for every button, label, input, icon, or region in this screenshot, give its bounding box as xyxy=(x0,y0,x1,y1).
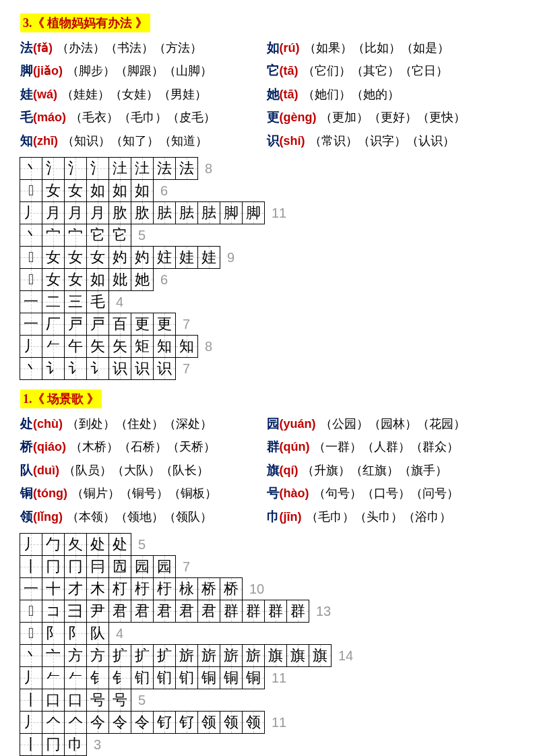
vocab-row: 队(duì)（队员）（大队）（队长）旗(qí)（升旗）（红旗）（旗手） xyxy=(20,460,513,480)
vocab-words: （如果）（比如）（如是） xyxy=(304,38,449,58)
stroke-box: 矢 xyxy=(108,335,131,358)
stroke-box: 丨 xyxy=(20,689,42,712)
vocab-row: 毛(máo)（毛衣）（毛巾）（皮毛）更(gèng)（更加）（更好）（更快） xyxy=(20,107,513,127)
stroke-box: 丨 xyxy=(20,555,42,578)
vocab-row: 处(chù)（到处）（住处）（深处）园(yuán)（公园）（园林）（花园） xyxy=(20,414,513,434)
vocab-char: 识 xyxy=(267,131,280,151)
vocab-words: （公园）（园林）（花园） xyxy=(320,414,466,434)
vocab-char: 法 xyxy=(20,38,33,58)
stroke-count: 5 xyxy=(138,693,146,708)
stroke-count: 11 xyxy=(272,670,286,686)
stroke-box: 君 xyxy=(197,600,220,623)
vocab-row: 脚(jiǎo)（脚步）（脚跟）（山脚）它(tā)（它们）（其它）（它日） xyxy=(20,61,513,81)
stroke-box: 𡿨 xyxy=(20,268,42,291)
stroke-box: 矢 xyxy=(86,335,109,358)
stroke-box: 𠂉 xyxy=(64,666,87,689)
stroke-box: 旂 xyxy=(242,644,265,667)
stroke-section: 丶氵氵氵汢汢法法8𡿨女女如如如6丿月月月肷肷胠胠胠脚脚11丶宀宀它它5𡿨女女女妁… xyxy=(20,158,513,380)
stroke-box: 旗 xyxy=(286,644,309,667)
stroke-box: 桥 xyxy=(197,577,220,600)
vocab-pinyin: (fǎ) xyxy=(33,38,53,58)
vocab-col: 娃(wá)（娃娃）（女娃）（男娃） xyxy=(20,84,267,104)
stroke-box: 𠄌 xyxy=(20,622,42,645)
stroke-box: 午 xyxy=(64,335,87,358)
stroke-box: 亠 xyxy=(42,644,65,667)
vocab-pinyin: (qí) xyxy=(280,461,299,480)
stroke-row: 丶讠讠讠识识识7 xyxy=(20,358,513,380)
stroke-box: 氵 xyxy=(64,157,87,180)
stroke-row: 一厂戸戸百更更7 xyxy=(20,313,513,336)
stroke-box: 巾 xyxy=(64,733,87,756)
stroke-box: 扩 xyxy=(108,644,131,667)
stroke-box: 汢 xyxy=(131,157,154,180)
stroke-box: 丨 xyxy=(20,733,42,756)
vocab-words: （娃娃）（女娃）（男娃） xyxy=(61,85,207,104)
vocab-col: 脚(jiǎo)（脚步）（脚跟）（山脚） xyxy=(20,61,267,81)
vocab-col: 处(chù)（到处）（住处）（深处） xyxy=(20,414,267,434)
stroke-count: 4 xyxy=(116,626,123,641)
stroke-count: 13 xyxy=(316,604,331,619)
vocab-col: 她(tā)（她们）（她的） xyxy=(267,84,513,104)
stroke-box: 扩 xyxy=(153,644,176,667)
stroke-count: 8 xyxy=(205,161,212,177)
stroke-box: 旗 xyxy=(264,644,287,667)
stroke-box: 更 xyxy=(153,313,176,336)
vocab-row: 桥(qiáo)（木桥）（石桥）（天桥）群(qún)（一群）（人群）（群众） xyxy=(20,437,513,457)
stroke-box: 月 xyxy=(86,201,109,224)
vocab-pinyin: (tā) xyxy=(280,61,299,81)
stroke-box: 扩 xyxy=(131,644,154,667)
vocab-words: （铜片）（铜号）（铜板） xyxy=(71,484,217,503)
stroke-box: 朾 xyxy=(108,577,131,600)
vocab-pinyin: (shí) xyxy=(280,131,305,151)
stroke-box: 园 xyxy=(131,555,154,578)
vocab-col: 如(rú)（如果）（比如）（如是） xyxy=(267,38,513,58)
vocab-pinyin: (chù) xyxy=(33,414,63,434)
stroke-box: 妁 xyxy=(131,246,154,269)
stroke-count: 7 xyxy=(183,317,190,332)
stroke-count: 14 xyxy=(338,648,353,664)
stroke-box: 桥 xyxy=(220,577,243,600)
stroke-box: 冂 xyxy=(42,733,65,756)
stroke-box: 铜 xyxy=(242,666,265,689)
stroke-box: 𡿨 xyxy=(20,246,42,269)
stroke-box: 群 xyxy=(286,600,309,623)
stroke-count: 5 xyxy=(138,537,146,553)
stroke-box: 领 xyxy=(220,711,243,734)
stroke-box: 讠 xyxy=(64,357,87,380)
stroke-box: 如 xyxy=(86,179,109,202)
vocab-words: （它们）（其它）（它日） xyxy=(303,61,448,81)
vocab-pinyin: (qún) xyxy=(280,437,310,457)
stroke-box: 肷 xyxy=(108,201,131,224)
vocab-col: 群(qún)（一群）（人群）（群众） xyxy=(267,437,513,457)
stroke-box: 女 xyxy=(42,246,65,269)
stroke-box: 一 xyxy=(20,577,42,600)
stroke-box: 识 xyxy=(153,357,176,380)
vocab-words: （毛衣）（毛巾）（皮毛） xyxy=(70,108,216,127)
stroke-box: 胠 xyxy=(197,201,220,224)
stroke-box: 杅 xyxy=(131,577,154,600)
vocab-words: （知识）（知了）（知道） xyxy=(62,131,208,151)
vocab-section: 法(fǎ)（办法）（书法）（方法）如(rú)（如果）（比如）（如是）脚(jiǎo… xyxy=(20,38,513,151)
stroke-row: 丨冂巾3 xyxy=(20,734,513,756)
stroke-box: 群 xyxy=(220,600,243,623)
vocab-section: 处(chù)（到处）（住处）（深处）园(yuán)（公园）（园林）（花园）桥(q… xyxy=(20,414,513,527)
stroke-box: 汢 xyxy=(108,157,131,180)
vocab-char: 巾 xyxy=(267,507,280,527)
stroke-box: 法 xyxy=(175,157,198,180)
stroke-count: 4 xyxy=(116,294,123,310)
stroke-box: 毛 xyxy=(86,290,109,313)
stroke-box: 一 xyxy=(20,290,42,313)
stroke-box: 三 xyxy=(64,290,87,313)
stroke-box: 肷 xyxy=(131,201,154,224)
stroke-box: 阝 xyxy=(64,622,87,645)
stroke-box: 君 xyxy=(175,600,198,623)
stroke-row: 丶氵氵氵汢汢法法8 xyxy=(20,158,513,180)
vocab-char: 园 xyxy=(267,414,280,434)
vocab-row: 娃(wá)（娃娃）（女娃）（男娃）她(tā)（她们）（她的） xyxy=(20,84,513,104)
vocab-char: 群 xyxy=(267,437,280,457)
stroke-box: コ xyxy=(42,600,65,623)
stroke-box: 阝 xyxy=(42,622,65,645)
vocab-col: 队(duì)（队员）（大队）（队长） xyxy=(20,460,267,480)
stroke-box: 十 xyxy=(42,577,65,600)
stroke-box: 宀 xyxy=(42,224,65,247)
